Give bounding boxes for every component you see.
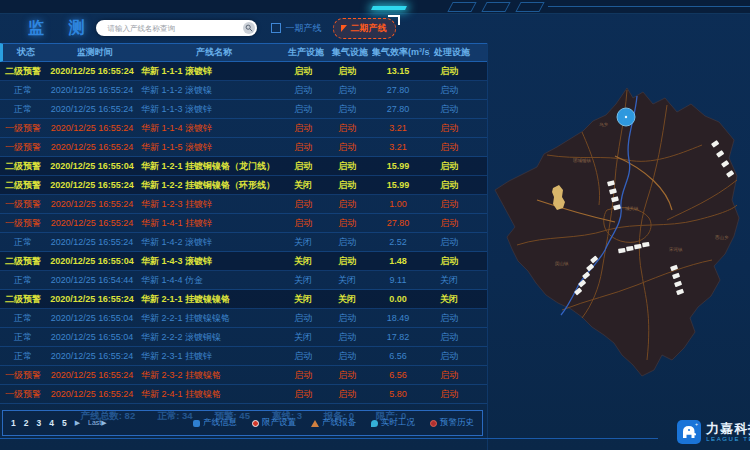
last-page-button[interactable]: Last▶ <box>88 419 107 427</box>
cell-status: 一级预警 <box>0 198 46 211</box>
cell-gas: 启动 <box>325 84 369 97</box>
line-info-button[interactable]: 产线信息 <box>193 417 237 429</box>
search-button[interactable] <box>243 22 255 34</box>
cell-production: 关闭 <box>281 255 325 268</box>
table-row[interactable]: 一级预警2020/12/25 16:55:24华新 2-3-2 挂镀镍铬启动启动… <box>0 366 487 385</box>
cell-treatment: 启动 <box>427 141 471 154</box>
town-label: 宋河镇 <box>669 247 683 252</box>
cell-gas: 启动 <box>325 122 369 135</box>
table-row[interactable]: 二级预警2020/12/25 16:55:04华新 1-4-3 滚镀锌关闭启动1… <box>0 252 487 271</box>
cell-gas: 关闭 <box>325 293 369 306</box>
realtime-status-button[interactable]: 实时工况 <box>371 417 415 429</box>
city-map[interactable]: 乌乡团城铺镇城关镇西山乡宋河镇闵山镇 <box>487 60 750 400</box>
cell-production: 启动 <box>281 350 325 363</box>
cell-efficiency: 1.00 <box>369 199 427 209</box>
pagination: 12345▶Last▶ <box>11 418 107 428</box>
cell-production: 关闭 <box>281 331 325 344</box>
cell-line: 华新 1-1-4 滚镀锌 <box>138 122 281 135</box>
table-row[interactable]: 正常2020/12/25 16:55:04华新 2-2-2 滚镀铜镍关闭启动17… <box>0 328 487 347</box>
table-row[interactable]: 二级预警2020/12/25 16:55:04华新 1-2-1 挂镀铜镍铬（龙门… <box>0 157 487 176</box>
history-icon <box>430 420 437 427</box>
cell-treatment: 启动 <box>427 103 471 116</box>
cell-production: 启动 <box>281 198 325 211</box>
cell-time: 2020/12/25 16:55:04 <box>46 313 138 323</box>
phase2-button[interactable]: 二期产线 <box>333 18 396 39</box>
cell-efficiency: 2.52 <box>369 237 427 247</box>
phase2-label: 二期产线 <box>350 22 386 35</box>
cell-status: 二级预警 <box>0 255 46 268</box>
page-1[interactable]: 1 <box>11 418 16 428</box>
cell-efficiency: 13.15 <box>369 66 427 76</box>
table-row[interactable]: 一级预警2020/12/25 16:55:24华新 1-4-1 挂镀锌启动启动2… <box>0 214 487 233</box>
cell-time: 2020/12/25 16:55:24 <box>46 142 138 152</box>
table-row[interactable]: 二级预警2020/12/25 16:55:24华新 2-1-1 挂镀镍镍铬关闭关… <box>0 290 487 309</box>
col-time: 监测时间 <box>49 46 141 59</box>
svg-text:+: + <box>695 421 698 427</box>
col-treatment: 处理设施 <box>430 46 474 59</box>
page-5[interactable]: 5 <box>62 418 67 428</box>
cell-treatment: 启动 <box>427 122 471 135</box>
table-row[interactable]: 二级预警2020/12/25 16:55:24华新 1-2-2 挂镀铜镍铬（环形… <box>0 176 487 195</box>
cell-time: 2020/12/25 16:55:04 <box>46 332 138 342</box>
warning-history-button[interactable]: 预警历史 <box>430 417 474 429</box>
cell-time: 2020/12/25 16:55:24 <box>46 218 138 228</box>
col-line-name: 产线名称 <box>141 46 284 59</box>
cell-production: 启动 <box>281 84 325 97</box>
search-input[interactable] <box>105 23 243 34</box>
cell-line: 华新 2-2-1 挂镀镍镍铬 <box>138 312 281 325</box>
cell-treatment: 启动 <box>427 369 471 382</box>
map-panel: 乌乡团城铺镇城关镇西山乡宋河镇闵山镇 <box>487 43 750 450</box>
limit-settings-button[interactable]: 限产设置 <box>252 417 296 429</box>
table-row[interactable]: 正常2020/12/25 16:54:44华新 1-4-4 仿金关闭关闭9.11… <box>0 271 487 290</box>
table-row[interactable]: 一级预警2020/12/25 16:55:24华新 1-1-5 滚镀锌启动启动3… <box>0 138 487 157</box>
square-icon <box>193 420 200 427</box>
page-4[interactable]: 4 <box>49 418 54 428</box>
cell-status: 正常 <box>0 312 46 325</box>
table-row[interactable]: 正常2020/12/25 16:55:24华新 1-1-3 滚镀锌启动启动27.… <box>0 100 487 119</box>
cell-status: 正常 <box>0 274 46 287</box>
page-title: 监 测 <box>28 18 94 39</box>
table-body: 二级预警2020/12/25 16:55:24华新 1-1-1 滚镀锌启动启动1… <box>0 62 487 404</box>
cell-efficiency: 17.82 <box>369 332 427 342</box>
cell-gas: 启动 <box>325 388 369 401</box>
phase1-checkbox[interactable]: 一期产线 <box>271 22 321 35</box>
next-page-button[interactable]: ▶ <box>75 419 80 427</box>
monitor-table-panel: 状态 监测时间 产线名称 生产设施 集气设施 集气效率(m³/s) 处理设施 二… <box>0 43 488 450</box>
cell-production: 启动 <box>281 122 325 135</box>
cell-production: 启动 <box>281 65 325 78</box>
table-row[interactable]: 正常2020/12/25 16:55:24华新 2-3-1 挂镀锌启动启动6.5… <box>0 347 487 366</box>
selection-corner-bracket <box>388 15 400 25</box>
table-row[interactable]: 一级预警2020/12/25 16:55:24华新 1-2-3 挂镀锌启动启动1… <box>0 195 487 214</box>
cell-line: 华新 1-2-1 挂镀铜镍铬（龙门线） <box>138 160 281 173</box>
table-row[interactable]: 正常2020/12/25 16:55:04华新 2-2-1 挂镀镍镍铬启动启动1… <box>0 309 487 328</box>
logo-text: 力嘉科技 LEAGUE TECH <box>706 422 750 443</box>
cell-status: 一级预警 <box>0 122 46 135</box>
cell-gas: 启动 <box>325 103 369 116</box>
cell-production: 启动 <box>281 160 325 173</box>
cell-production: 启动 <box>281 312 325 325</box>
cell-time: 2020/12/25 16:55:24 <box>46 104 138 114</box>
footer-bar: 12345▶Last▶ 产线信息限产设置产线报备实时工况预警历史 <box>2 410 483 436</box>
cell-efficiency: 3.21 <box>369 142 427 152</box>
cell-production: 启动 <box>281 103 325 116</box>
cell-line: 华新 1-1-5 滚镀锌 <box>138 141 281 154</box>
cell-treatment: 启动 <box>427 331 471 344</box>
line-report-button[interactable]: 产线报备 <box>311 417 356 429</box>
table-row[interactable]: 一级预警2020/12/25 16:55:24华新 1-1-4 滚镀锌启动启动3… <box>0 119 487 138</box>
cell-status: 正常 <box>0 331 46 344</box>
deco-line <box>548 6 750 7</box>
search-box[interactable] <box>96 20 257 36</box>
table-row[interactable]: 一级预警2020/12/25 16:55:24华新 2-4-1 挂镀镍铬启动启动… <box>0 385 487 404</box>
search-icon <box>245 24 253 32</box>
cell-line: 华新 1-4-3 滚镀锌 <box>138 255 281 268</box>
page-3[interactable]: 3 <box>36 418 41 428</box>
table-row[interactable]: 二级预警2020/12/25 16:55:24华新 1-1-1 滚镀锌启动启动1… <box>0 62 487 81</box>
page-2[interactable]: 2 <box>24 418 29 428</box>
cell-status: 正常 <box>0 103 46 116</box>
cell-time: 2020/12/25 16:55:24 <box>46 180 138 190</box>
table-row[interactable]: 正常2020/12/25 16:55:24华新 1-4-2 滚镀锌关闭启动2.5… <box>0 233 487 252</box>
elephant-logo-icon: + <box>677 420 701 444</box>
table-row[interactable]: 正常2020/12/25 16:55:24华新 1-1-2 滚镀镍启动启动27.… <box>0 81 487 100</box>
cell-production: 启动 <box>281 141 325 154</box>
cell-status: 一级预警 <box>0 141 46 154</box>
